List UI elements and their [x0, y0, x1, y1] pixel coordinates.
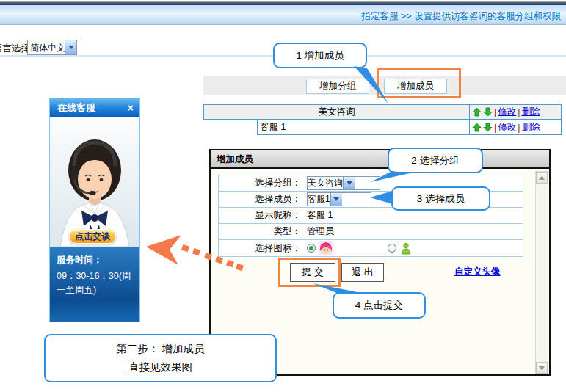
chevron-down-icon — [65, 40, 76, 54]
callout-summary: 第二步： 增加成员 直接见效果图 — [44, 334, 277, 382]
language-select[interactable]: 简体中文 — [27, 40, 77, 55]
chevron-down-icon — [343, 177, 355, 189]
move-down-icon[interactable] — [483, 123, 493, 132]
service-info: 服务时间： 09：30-16：30(周一至周五) — [50, 247, 139, 322]
person-avatar-icon — [400, 242, 412, 255]
member-row: 客服 1 | 修改 | 删除 — [257, 120, 562, 135]
modify-link[interactable]: 修改 — [498, 106, 516, 118]
separator: | — [494, 123, 496, 133]
custom-avatar-link[interactable]: 自定义头像 — [454, 266, 501, 278]
form-label: 类型： — [219, 225, 301, 238]
group-select[interactable]: 美女咨询 — [307, 176, 380, 190]
form-row-icon: 选择图标： — [219, 240, 523, 256]
form-label: 显示昵称： — [219, 209, 301, 222]
form-label: 选择图标： — [219, 242, 301, 255]
chat-widget-titlebar: 在线客服 × — [50, 98, 139, 117]
service-hours: 09：30-16：30(周一至周五) — [57, 269, 133, 298]
callout-step2: 2 选择分组 — [388, 148, 483, 173]
click-to-chat-button[interactable]: 点击交谈 — [69, 229, 116, 244]
scroll-up-icon[interactable] — [536, 172, 548, 184]
highlight-rect-add-member — [377, 68, 461, 98]
delete-link[interactable]: 删除 — [522, 121, 540, 134]
group-actions: | 修改 | 删除 — [469, 105, 561, 119]
agent-photo — [50, 117, 139, 247]
agent-photo-illustration — [50, 117, 139, 247]
member-actions: | 修改 | 删除 — [469, 120, 561, 134]
separator: | — [518, 123, 520, 133]
summary-line2: 直接见效果图 — [128, 358, 192, 377]
move-up-icon[interactable] — [472, 123, 482, 132]
icon-radio-person[interactable] — [388, 244, 396, 253]
arrow-dash — [192, 248, 200, 255]
dotted-arrow-head-icon — [146, 235, 181, 265]
member-select-value: 客服1 — [308, 193, 330, 206]
move-up-icon[interactable] — [472, 107, 482, 117]
highlight-rect-submit — [278, 258, 341, 287]
group-name: 美女咨询 — [204, 105, 469, 119]
service-time-label: 服务时间： — [57, 254, 133, 266]
group-header-row: 美女咨询 | 修改 | 删除 — [203, 104, 562, 120]
member-select[interactable]: 客服1 — [307, 192, 371, 206]
type-value: 管理员 — [307, 225, 335, 238]
separator: | — [518, 107, 520, 117]
language-select-value: 简体中文 — [28, 40, 65, 54]
add-group-button[interactable]: 增加分组 — [306, 79, 369, 94]
chevron-down-icon — [330, 193, 342, 206]
form-row-type: 类型： 管理员 — [219, 224, 523, 240]
summary-line1: 第二步： 增加成员 — [116, 340, 204, 358]
separator: | — [494, 107, 496, 117]
girl-avatar-icon — [319, 241, 333, 255]
close-icon[interactable]: × — [128, 98, 134, 117]
scroll-down-icon[interactable] — [536, 362, 548, 374]
modify-link[interactable]: 修改 — [498, 121, 516, 134]
callout-step1: 1 增加成员 — [273, 43, 367, 68]
member-name: 客服 1 — [258, 120, 469, 134]
panel-scrollbar[interactable] — [535, 171, 548, 374]
panel-title: 增加成员 — [211, 150, 549, 169]
delete-link[interactable]: 删除 — [522, 106, 540, 118]
form-label: 选择分组： — [219, 177, 301, 189]
arrow-dash — [181, 244, 189, 252]
callout-step3: 3 选择成员 — [391, 186, 490, 211]
chat-widget: 在线客服 × — [49, 98, 140, 322]
form-label: 选择成员： — [219, 193, 301, 206]
chat-widget-title: 在线客服 — [57, 102, 95, 113]
exit-button[interactable]: 退 出 — [341, 263, 384, 282]
screen: 指定客服 >> 设置提供访客咨询的客服分组和权限 语言选择： 简体中文 增加分组… — [0, 0, 566, 392]
breadcrumb[interactable]: 指定客服 >> 设置提供访客咨询的客服分组和权限 — [361, 10, 561, 23]
group-select-value: 美女咨询 — [308, 177, 343, 189]
callout-step4: 4 点击提交 — [333, 292, 426, 319]
nickname-value: 客服 1 — [307, 209, 333, 222]
icon-radio-girl[interactable] — [307, 244, 316, 253]
move-down-icon[interactable] — [483, 107, 493, 117]
